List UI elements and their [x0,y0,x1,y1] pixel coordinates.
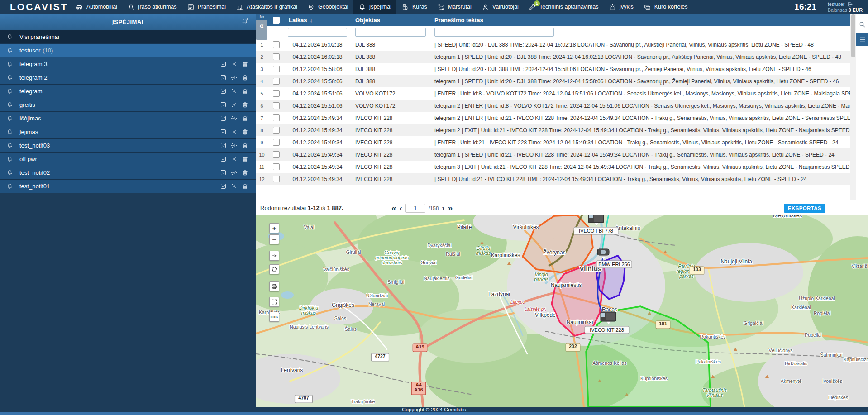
table-row[interactable]: 9 04.12.2024 15:49:34 IVECO KIT 228 | EN… [256,136,850,148]
trash-icon[interactable] [242,74,248,81]
logout-icon[interactable] [847,1,853,7]
nav-item-pranesimai[interactable]: Pranešimai [182,0,231,14]
trash-icon[interactable] [242,169,248,176]
enable-alert-checkbox-icon[interactable] [220,169,227,176]
nav-item-kuras[interactable]: Kuras [396,0,432,14]
table-row[interactable]: 1 04.12.2024 16:02:18 DJL 388 | SPEED| U… [256,38,850,51]
trash-icon[interactable] [242,61,248,67]
table-row[interactable]: 3 04.12.2024 15:58:06 DJL 388 | SPEED| U… [256,63,850,75]
enable-alert-checkbox-icon[interactable] [220,156,227,162]
column-pranesimo-tekstas[interactable]: Pranešimo tektas [430,17,850,24]
filter-laikas-input[interactable] [288,28,347,37]
trash-icon[interactable] [242,88,248,95]
row-checkbox[interactable] [273,114,280,121]
gear-icon[interactable] [231,183,238,190]
nav-item-marsrutai[interactable]: Maršrutai [432,0,477,14]
enable-alert-checkbox-icon[interactable] [220,183,227,190]
fullscreen-button[interactable] [269,297,279,307]
next-page-button[interactable]: › [442,201,444,215]
nav-item-ispejimai[interactable]: Įspėjimai [353,0,396,14]
sidebar-item-test-notif03[interactable]: test_notif03 [0,139,256,153]
trash-icon[interactable] [242,129,248,135]
trash-icon[interactable] [242,101,248,108]
enable-alert-checkbox-icon[interactable] [220,101,227,108]
row-checkbox[interactable] [273,127,280,134]
collapse-sidebar-button[interactable]: « [256,20,267,40]
nav-item-vairuotojai[interactable]: Vairuotojai [477,0,524,14]
log-button[interactable]: LOG [269,312,279,322]
first-page-button[interactable]: « [391,201,396,215]
row-checkbox[interactable] [273,66,280,72]
zoom-out-button[interactable]: − [269,234,279,244]
gear-icon[interactable] [231,129,238,135]
gear-icon[interactable] [231,169,238,176]
table-row[interactable]: 6 04.12.2024 15:51:06 VOLVO KOT172 teleg… [256,100,850,112]
sidebar-item-telegram[interactable]: telegram [0,85,256,98]
enable-alert-checkbox-icon[interactable] [220,115,227,122]
table-row[interactable]: 11 04.12.2024 15:49:34 IVECO KIT 228 tel… [256,161,850,173]
table-row[interactable]: 12 04.12.2024 15:49:34 IVECO KIT 228 | S… [256,173,850,185]
measure-button[interactable] [269,251,279,261]
table-row[interactable]: 8 04.12.2024 15:49:34 IVECO KIT 228 tele… [256,124,850,136]
column-objektas[interactable]: Objektas [351,17,430,24]
enable-alert-checkbox-icon[interactable] [220,61,227,67]
sidebar-item-telegram-3[interactable]: telegram 3 [0,57,256,71]
trash-icon[interactable] [242,156,248,162]
draw-polygon-button[interactable] [269,264,279,274]
sidebar-item-test-notif01[interactable]: test_notif01 [0,180,256,193]
gear-icon[interactable] [231,142,238,149]
nav-item-kuro-korteles[interactable]: Kuro kortelės [639,0,693,14]
row-checkbox[interactable] [273,53,280,60]
row-checkbox[interactable] [273,41,280,48]
scrollbar-thumb[interactable] [851,14,855,57]
row-checkbox[interactable] [273,151,280,158]
sidebar-item-test-notif02[interactable]: test_notif02 [0,166,256,180]
enable-alert-checkbox-icon[interactable] [220,142,227,149]
trash-icon[interactable] [242,115,248,122]
table-row[interactable]: 2 04.12.2024 16:02:18 DJL 388 telegram 1… [256,51,850,63]
table-row[interactable]: 7 04.12.2024 15:49:34 IVECO KIT 228 tele… [256,112,850,124]
row-checkbox[interactable] [273,90,280,97]
nav-item-geoobjektai[interactable]: Geoobjektai [302,0,353,14]
gear-icon[interactable] [231,101,238,108]
table-scrollbar[interactable] [850,14,856,200]
sidebar-item-visi-pranesimai[interactable]: Visi pranešimai [0,30,256,44]
nav-item-ivykis[interactable]: Įvykis [604,0,639,14]
table-menu-button[interactable] [856,33,868,46]
table-row[interactable]: 5 04.12.2024 15:51:06 VOLVO KOT172 | ENT… [256,87,850,100]
gear-icon[interactable] [231,88,238,95]
select-all-checkbox[interactable] [273,17,280,24]
nav-item-ataskaitos-ir-grafikai[interactable]: Ataskaitos ir grafikai [231,0,302,14]
zoom-in-button[interactable]: + [269,223,279,233]
row-checkbox[interactable] [273,163,280,170]
sidebar-item-isejimas[interactable]: Išėjimas [0,112,256,125]
prev-page-button[interactable]: ‹ [400,201,402,215]
row-checkbox[interactable] [273,176,280,182]
gear-icon[interactable] [231,61,238,67]
filter-objektas-input[interactable] [355,28,426,37]
sidebar-item-greitis[interactable]: greitis [0,98,256,112]
last-page-button[interactable]: » [448,201,453,215]
column-laikas[interactable]: Laikas↓ [284,17,351,24]
row-checkbox[interactable] [273,102,280,109]
nav-item-techninis-aptarnavimas[interactable]: 1Techninis aptarnavimas [524,0,604,14]
gear-icon[interactable] [231,156,238,162]
trash-icon[interactable] [242,142,248,149]
add-alert-icon[interactable] [241,17,249,26]
search-icon[interactable] [858,21,866,28]
nav-item-iraso-atkurimas[interactable]: Įrašo atkūrimas [122,0,181,14]
row-checkbox[interactable] [273,78,280,85]
gear-icon[interactable] [231,115,238,122]
gear-icon[interactable] [231,74,238,81]
map[interactable]: VilniusGrigiškėsLentvarisPilaitėViršuliš… [256,215,868,407]
export-button[interactable]: EKSPORTAS [784,204,825,213]
enable-alert-checkbox-icon[interactable] [220,74,227,81]
table-row[interactable]: 4 04.12.2024 15:58:06 DJL 388 telegram 1… [256,75,850,87]
sidebar-item-testuser[interactable]: testuser(10) [0,44,256,57]
print-button[interactable] [269,281,279,291]
sort-desc-icon[interactable]: ↓ [310,17,313,24]
enable-alert-checkbox-icon[interactable] [220,129,227,135]
sidebar-item-iejimas[interactable]: Įėjimas [0,125,256,139]
enable-alert-checkbox-icon[interactable] [220,88,227,95]
filter-message-input[interactable] [434,28,554,37]
